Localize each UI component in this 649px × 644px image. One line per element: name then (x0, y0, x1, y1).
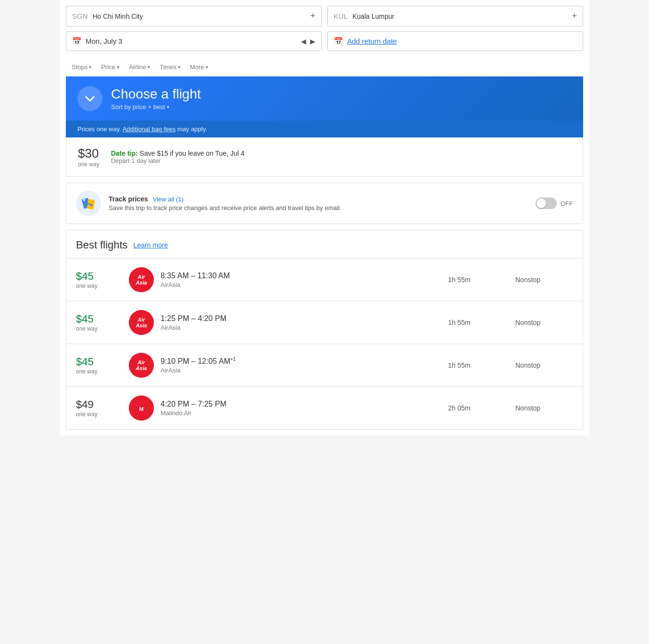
download-icon (77, 86, 102, 111)
flight-list: $45one wayAirAsia8:35 AM – 11:30 AMAirAs… (66, 259, 583, 429)
toggle-off-label: OFF (561, 200, 573, 207)
page-title: Choose a flight (111, 87, 201, 102)
track-prices-title: Track prices View all (1) (109, 195, 528, 203)
price-notice-text-before: Prices one way. (77, 125, 121, 133)
additional-bag-fees-link[interactable]: Additional bag fees (123, 125, 176, 133)
date-tip-one-way: one way (78, 161, 100, 168)
flight-row[interactable]: $45one wayAirAsia9:10 PM – 12:05 AM+1Air… (66, 344, 583, 387)
origin-field[interactable]: SGN Ho Chi Minh City + (66, 6, 322, 26)
departure-date-field[interactable]: 📅 Mon, July 3 ◀ ▶ (66, 31, 322, 51)
flight-row[interactable]: $45one wayAirAsia1:25 PM – 4:20 PMAirAsi… (66, 301, 583, 344)
destination-city: Kuala Lumpur (352, 12, 394, 20)
prev-date-arrow[interactable]: ◀ (301, 37, 306, 45)
best-flights-title: Best flights (76, 239, 128, 251)
svg-point-2 (83, 199, 85, 201)
track-prices-box: Track prices View all (1) Save this trip… (66, 183, 583, 224)
svg-text:M: M (139, 406, 143, 412)
flight-stops-3: Nonstop (515, 404, 573, 412)
price-chevron-icon: ▾ (117, 64, 119, 70)
stops-chevron-icon: ▾ (89, 64, 91, 70)
flight-price-0: $45one way (76, 270, 129, 289)
date-tip-label: Date tip: (111, 149, 138, 157)
svg-point-4 (90, 204, 92, 206)
date-row: 📅 Mon, July 3 ◀ ▶ 📅 Add return date (66, 31, 583, 51)
add-origin-icon: + (310, 11, 315, 21)
date-tip-sub: Depart 1 day later (111, 157, 245, 164)
price-filter[interactable]: Price ▾ (97, 62, 123, 73)
calendar-icon: 📅 (72, 37, 82, 46)
return-calendar-icon: 📅 (334, 37, 343, 46)
airasia-logo-2: AirAsia (129, 353, 154, 378)
flight-price-1: $45one way (76, 313, 129, 332)
track-prices-text: Track prices View all (1) Save this trip… (109, 195, 528, 211)
airasia-logo-1: AirAsia (129, 310, 154, 335)
flight-duration-1: 1h 55m (448, 319, 515, 326)
filters-bar: Stops ▾ Price ▾ Airline ▾ Times ▾ More ▾ (66, 58, 583, 76)
destination-field[interactable]: KUL Kuala Lumpur + (327, 6, 583, 26)
flight-stops-1: Nonstop (515, 319, 573, 326)
stops-filter[interactable]: Stops ▾ (68, 62, 95, 73)
flight-duration-2: 1h 55m (448, 361, 515, 369)
flight-stops-0: Nonstop (515, 276, 573, 284)
next-date-arrow[interactable]: ▶ (310, 37, 315, 45)
track-prices-toggle-area: OFF (536, 198, 573, 209)
flight-times-0: 8:35 AM – 11:30 AMAirAsia (161, 272, 448, 288)
airline-filter[interactable]: Airline ▾ (125, 62, 154, 73)
departure-date: Mon, July 3 (86, 37, 297, 45)
add-destination-icon: + (572, 11, 577, 21)
view-all-link[interactable]: View all (1) (153, 196, 184, 203)
more-filter[interactable]: More ▾ (186, 62, 212, 73)
flight-times-1: 1:25 PM – 4:20 PMAirAsia (161, 314, 448, 331)
best-flights-section: Best flights Learn more $45one wayAirAsi… (66, 230, 583, 430)
flight-price-2: $45one way (76, 356, 129, 375)
date-tip-price: $30 (78, 146, 100, 161)
return-date-field[interactable]: 📅 Add return date (327, 31, 583, 51)
track-prices-icon (76, 191, 101, 216)
add-return-date[interactable]: Add return date (347, 37, 397, 45)
flight-times-3: 4:20 PM – 7:25 PMMalindo Air (161, 400, 448, 417)
sort-chevron-icon: ▾ (167, 104, 169, 110)
price-notice-bar: Prices one way. Additional bag fees may … (66, 121, 583, 137)
flight-duration-0: 1h 55m (448, 276, 515, 284)
sort-label[interactable]: Sort by price + best ▾ (111, 103, 201, 111)
times-filter[interactable]: Times ▾ (156, 62, 184, 73)
malindo-logo-3: M (129, 396, 154, 421)
best-flights-header: Best flights Learn more (66, 230, 583, 259)
more-chevron-icon: ▾ (206, 64, 208, 70)
flight-price-3: $49one way (76, 398, 129, 418)
date-tip-description: Save $15 if you leave on Tue, Jul 4 (140, 149, 245, 157)
track-prices-description: Save this trip to track price changes an… (109, 204, 528, 211)
airline-chevron-icon: ▾ (148, 64, 150, 70)
times-chevron-icon: ▾ (178, 64, 180, 70)
toggle-knob (537, 198, 546, 208)
origin-city: Ho Chi Minh City (92, 12, 143, 20)
origin-code: SGN (72, 12, 88, 20)
flight-duration-3: 2h 05m (448, 404, 515, 412)
flight-row[interactable]: $49one wayM4:20 PM – 7:25 PMMalindo Air2… (66, 387, 583, 429)
flight-row[interactable]: $45one wayAirAsia8:35 AM – 11:30 AMAirAs… (66, 259, 583, 301)
date-arrows[interactable]: ◀ ▶ (301, 37, 315, 45)
airasia-logo-0: AirAsia (129, 267, 154, 292)
learn-more-link[interactable]: Learn more (134, 241, 168, 249)
flight-stops-2: Nonstop (515, 361, 573, 369)
choose-flight-header: Choose a flight Sort by price + best ▾ (66, 76, 583, 121)
destination-code: KUL (334, 12, 348, 20)
search-row: SGN Ho Chi Minh City + KUL Kuala Lumpur … (66, 6, 583, 26)
track-prices-toggle[interactable] (536, 198, 557, 209)
date-tip-box: $30 one way Date tip: Save $15 if you le… (66, 137, 583, 177)
flight-times-2: 9:10 PM – 12:05 AM+1AirAsia (161, 357, 448, 374)
